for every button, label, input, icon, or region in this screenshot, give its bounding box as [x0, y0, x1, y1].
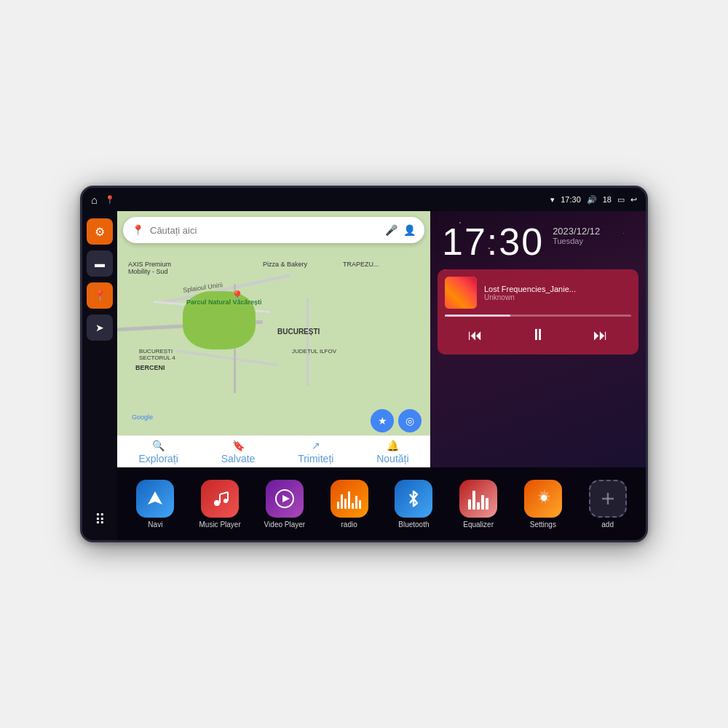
video-player-label: Video Player: [264, 521, 306, 529]
account-icon[interactable]: 👤: [403, 224, 416, 236]
navi-icon: [136, 480, 174, 518]
sidebar-maps-btn[interactable]: 📍: [87, 282, 113, 309]
equalizer-icon: [459, 480, 497, 518]
time-display: 17:30: [561, 195, 581, 204]
svg-marker-0: [148, 491, 162, 505]
radio-icon: [331, 480, 368, 518]
date-display: 2023/12/12: [553, 226, 600, 237]
next-track-btn[interactable]: ⏭: [587, 324, 614, 347]
map-label-axis: AXIS PremiumMobility - Sud: [128, 261, 171, 275]
map-label-park: Parcul Natural Văcărești: [186, 298, 262, 306]
status-bar: ⌂ 📍 ▾ 17:30 🔊 18 ▭ ↩: [82, 188, 646, 211]
sidebar: ⚙ ▬ 📍 ➤ ⠿: [82, 211, 117, 540]
app-equalizer[interactable]: Equalizer: [453, 480, 504, 529]
map-search-bar[interactable]: 📍 Căutați aici 🎤 👤: [123, 217, 424, 243]
map-location-pin: 📍: [230, 290, 245, 304]
add-label: add: [601, 521, 614, 529]
clock-section: 17:30 2023/12/12 Tuesday: [430, 211, 646, 266]
prev-track-btn[interactable]: ⏮: [462, 324, 488, 347]
nav-icon: ➤: [95, 322, 104, 333]
maps-status-icon[interactable]: 📍: [105, 195, 115, 205]
clock-time: 17:30: [442, 223, 544, 261]
music-controls: ⏮ ⏸ ⏭: [445, 323, 631, 347]
share-label: Trimiteți: [298, 453, 333, 464]
status-left: ⌂ 📍: [91, 194, 115, 206]
sidebar-apps-btn[interactable]: ⠿: [87, 507, 113, 533]
equalizer-label: Equalizer: [463, 521, 494, 529]
home-icon[interactable]: ⌂: [91, 194, 98, 206]
map-saved-btn[interactable]: 🔖 Salvate: [221, 440, 256, 464]
status-right: ▾ 17:30 🔊 18 ▭ ↩: [550, 195, 637, 205]
day-display: Tuesday: [553, 237, 600, 245]
map-road: [306, 298, 309, 386]
star: [459, 222, 461, 223]
app-dock: Navi Music Player: [117, 467, 646, 540]
wifi-icon: ▾: [550, 195, 555, 205]
pause-btn[interactable]: ⏸: [524, 323, 552, 347]
main-area: ⚙ ▬ 📍 ➤ ⠿: [82, 211, 646, 540]
add-icon: [589, 480, 627, 518]
sidebar-files-btn[interactable]: ▬: [87, 250, 113, 277]
map-label-pizza: Pizza & Bakery: [263, 261, 307, 268]
map-icon: 📍: [94, 290, 106, 301]
svg-line-4: [220, 492, 228, 494]
star: [623, 233, 624, 234]
battery-number: 18: [603, 195, 612, 204]
voice-search-icon[interactable]: 🎤: [385, 224, 397, 236]
app-radio[interactable]: radio: [324, 480, 375, 529]
map-explore-btn[interactable]: 🔍 Explorați: [138, 440, 178, 464]
svg-marker-7: [282, 495, 290, 502]
music-text: Lost Frequencies_Janie... Unknown: [484, 285, 631, 301]
content-area: AXIS PremiumMobility - Sud Pizza & Baker…: [117, 211, 646, 540]
settings-icon: ⚙: [95, 225, 105, 239]
map-label-berceni: BERCENI: [135, 364, 165, 371]
sidebar-settings-btn[interactable]: ⚙: [87, 218, 113, 245]
map-label-google: Google: [132, 414, 153, 421]
svg-point-1: [214, 500, 220, 506]
clock-date: 2023/12/12 Tuesday: [553, 223, 600, 245]
saved-label: Salvate: [221, 453, 256, 464]
app-music-player[interactable]: Music Player: [194, 480, 245, 529]
map-star-btn[interactable]: ★: [371, 409, 394, 432]
map-news-btn[interactable]: 🔔 Noutăți: [376, 440, 408, 464]
map-label-buc: BUCUREȘTI: [277, 328, 320, 336]
sidebar-nav-btn[interactable]: ➤: [87, 314, 113, 341]
map-label-ilfov: JUDEȚUL ILFOV: [292, 348, 336, 355]
music-player-label: Music Player: [199, 521, 241, 529]
explore-label: Explorați: [138, 453, 178, 464]
back-icon[interactable]: ↩: [630, 195, 637, 205]
battery-icon: ▭: [617, 195, 625, 205]
music-title: Lost Frequencies_Janie...: [484, 285, 631, 293]
files-icon: ▬: [95, 258, 105, 269]
search-placeholder: Căutați aici: [150, 225, 379, 236]
album-art: [445, 277, 477, 309]
map-label-trap: TRAPEZU...: [343, 261, 379, 268]
news-label: Noutăți: [376, 453, 408, 464]
video-player-icon: [266, 480, 304, 518]
map-label-sector: BUCUREȘTISECTORUL 4: [139, 348, 175, 361]
navi-label: Navi: [148, 521, 162, 529]
map-share-btn[interactable]: ↗ Trimiteți: [298, 440, 333, 464]
app-navi[interactable]: Navi: [130, 480, 181, 529]
map-container[interactable]: AXIS PremiumMobility - Sud Pizza & Baker…: [117, 211, 430, 467]
star: [488, 248, 490, 249]
bluetooth-icon: [395, 480, 432, 518]
music-progress-bar[interactable]: [445, 314, 631, 317]
music-player-icon: [201, 480, 239, 518]
google-maps-icon: 📍: [132, 224, 144, 236]
app-add[interactable]: add: [582, 480, 633, 529]
grid-icon: ⠿: [95, 511, 106, 529]
right-panel: 17:30 2023/12/12 Tuesday: [430, 211, 646, 467]
settings-app-icon: [524, 480, 562, 518]
app-settings[interactable]: Settings: [518, 480, 569, 529]
volume-icon: 🔊: [587, 195, 597, 205]
app-video-player[interactable]: Video Player: [259, 480, 310, 529]
map-location-btn[interactable]: ◎: [398, 409, 422, 432]
bluetooth-label: Bluetooth: [398, 521, 429, 529]
star: [445, 269, 446, 270]
music-artist: Unknown: [484, 293, 631, 301]
top-section: AXIS PremiumMobility - Sud Pizza & Baker…: [117, 211, 646, 467]
app-bluetooth[interactable]: Bluetooth: [388, 480, 439, 529]
music-info: Lost Frequencies_Janie... Unknown: [445, 277, 631, 309]
settings-label: Settings: [530, 521, 556, 529]
